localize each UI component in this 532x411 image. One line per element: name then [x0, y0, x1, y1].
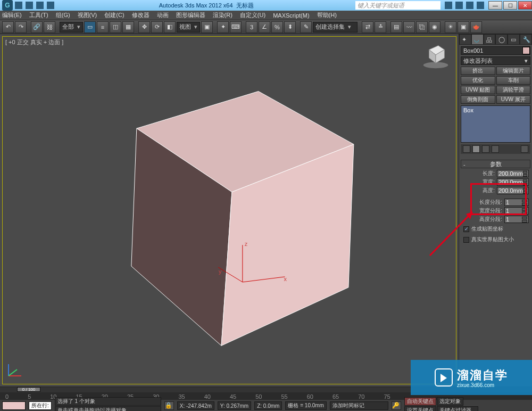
spinner-snap-button[interactable]: ⬍ — [284, 21, 296, 33]
infocenter-icon[interactable] — [445, 2, 452, 9]
length-spinner[interactable]: 200.0mm — [497, 170, 529, 177]
mod-btn[interactable]: 编辑面片 — [496, 67, 531, 75]
pivot-center-button[interactable]: ▣ — [201, 21, 213, 33]
window-crossing-button[interactable]: ▦ — [122, 21, 134, 33]
mod-btn[interactable]: UVW 贴图 — [461, 86, 495, 94]
key-mode-button[interactable]: 🔑 — [392, 401, 401, 410]
hseg-spinner[interactable]: 1 — [504, 216, 529, 223]
layers-button[interactable]: ▤ — [390, 21, 402, 33]
edit-named-sel-button[interactable]: ✎ — [300, 21, 312, 33]
scale-button[interactable]: ◧ — [164, 21, 176, 33]
percent-snap-button[interactable]: % — [271, 21, 283, 33]
mod-btn[interactable]: 优化 — [461, 76, 495, 85]
coord-y[interactable]: Y: 0.267mm — [218, 401, 251, 410]
hierarchy-tab[interactable]: 品 — [484, 34, 496, 45]
move-button[interactable]: ✥ — [138, 21, 150, 33]
lseg-spinner[interactable]: 1 — [504, 199, 529, 206]
menu-customize[interactable]: 自定义(U) — [240, 11, 265, 19]
viewport[interactable]: [ +0 正交 真实 + 边面 ] z x y — [0, 34, 459, 387]
infocenter-icon[interactable] — [477, 2, 484, 9]
coord-x[interactable]: X: -247.842m — [177, 401, 214, 410]
display-tab[interactable]: ▭ — [508, 34, 520, 45]
angle-snap-button[interactable]: ∠ — [259, 21, 270, 33]
gen-mapping-coords[interactable]: ✓生成贴图坐标 — [463, 225, 528, 233]
coord-z[interactable]: Z: 0.0mm — [254, 401, 282, 410]
menu-animation[interactable]: 动画 — [157, 11, 169, 19]
material-editor-button[interactable]: ◉ — [429, 21, 440, 33]
time-tag[interactable]: 添加时间标记 — [330, 401, 388, 410]
mod-btn[interactable]: 车削 — [496, 76, 531, 85]
object-name-field[interactable]: Box001 — [461, 46, 530, 55]
object-color-swatch[interactable] — [522, 47, 530, 54]
menu-modifiers[interactable]: 修改器 — [132, 11, 149, 19]
autokey-button[interactable]: 自动关键点 — [404, 397, 436, 406]
select-by-name-button[interactable]: ≡ — [97, 21, 109, 33]
snap-toggle-3[interactable]: 3 — [246, 21, 257, 33]
mod-btn[interactable]: UVW 展开 — [496, 95, 531, 104]
script-row[interactable]: 所在行: — [29, 401, 52, 410]
modifier-stack[interactable]: Box — [461, 105, 530, 143]
keyfilter-sel[interactable]: 选定对象 — [437, 397, 463, 406]
close-button[interactable]: ✕ — [518, 1, 532, 10]
rendered-frame-button[interactable]: ▣ — [458, 21, 469, 33]
unlink-button[interactable]: ⛓ — [44, 21, 55, 33]
real-world-map-size[interactable]: 真实世界贴图大小 — [463, 236, 528, 243]
undo-button[interactable]: ↶ — [2, 21, 14, 33]
motion-tab[interactable]: ◯ — [495, 34, 508, 45]
select-region-button[interactable]: ◫ — [110, 21, 121, 33]
menu-help[interactable]: 帮助(H) — [317, 11, 337, 19]
viewcube[interactable] — [420, 39, 451, 70]
height-spinner[interactable]: 200.0mm — [497, 187, 529, 194]
schematic-view-button[interactable]: ⿻ — [416, 21, 428, 33]
pin-stack-button[interactable] — [463, 145, 470, 153]
qat-icon[interactable] — [15, 2, 22, 9]
qat-icon[interactable] — [47, 2, 54, 9]
rollout-parameters[interactable]: -参数 — [461, 160, 530, 168]
create-tab[interactable]: ✦ — [459, 34, 471, 45]
remove-mod-button[interactable] — [492, 145, 499, 153]
infocenter-icon[interactable] — [455, 2, 463, 9]
width-spinner[interactable]: 200.0mm — [497, 178, 529, 186]
modify-tab[interactable]: ◡ — [471, 34, 484, 45]
wseg-spinner[interactable]: 1 — [504, 207, 529, 215]
menu-grapheditors[interactable]: 图形编辑器 — [176, 11, 205, 19]
modifier-list[interactable]: 修改器列表▾ — [461, 56, 530, 65]
minimize-button[interactable]: — — [488, 1, 502, 10]
keyboard-shortcut-button[interactable]: ⌨ — [230, 21, 242, 33]
ref-coord-system[interactable]: 视图▾ — [177, 22, 200, 32]
menu-edit[interactable]: 编辑(E) — [2, 11, 22, 19]
configure-sets-button[interactable] — [521, 145, 528, 153]
menu-create[interactable]: 创建(C) — [104, 11, 124, 19]
link-button[interactable]: 🔗 — [31, 21, 43, 33]
material-swatch[interactable] — [2, 401, 26, 410]
selection-filter[interactable]: 全部▾ — [60, 22, 83, 32]
menu-group[interactable]: 组(G) — [56, 11, 70, 19]
named-selection-sets[interactable]: 创建选择集▾ — [313, 22, 358, 32]
setkey-button[interactable]: 设置关键点 — [404, 406, 436, 412]
menu-tools[interactable]: 工具(T) — [29, 11, 48, 19]
redo-button[interactable]: ↷ — [15, 21, 27, 33]
menu-maxscript[interactable]: MAXScript(M) — [273, 12, 309, 19]
qat-icon[interactable] — [26, 2, 33, 9]
menu-rendering[interactable]: 渲染(R) — [213, 11, 232, 19]
render-setup-button[interactable]: ☀ — [445, 21, 456, 33]
select-object-button[interactable]: ▭ — [84, 21, 96, 33]
rotate-button[interactable]: ⟳ — [151, 21, 163, 33]
keyfilters-button[interactable]: 关键点过滤器... — [437, 406, 478, 412]
mod-btn[interactable]: 挤出 — [461, 67, 495, 75]
infocenter-icon[interactable] — [466, 2, 473, 9]
lock-selection-button[interactable]: 🔒 — [164, 401, 174, 410]
select-manipulate-button[interactable]: ✦ — [217, 21, 229, 33]
show-end-result-button[interactable] — [472, 145, 480, 153]
align-button[interactable]: ≛ — [375, 21, 386, 33]
render-button[interactable]: 🫖 — [470, 21, 482, 33]
menu-view[interactable]: 视图(V) — [78, 11, 97, 19]
mod-btn[interactable]: 涡轮平滑 — [496, 86, 531, 94]
mod-btn[interactable]: 倒角剖面 — [461, 95, 495, 104]
qat-icon[interactable] — [36, 2, 44, 9]
curve-editor-button[interactable]: 〰 — [403, 21, 415, 33]
help-search[interactable]: 键入关键字或短语 — [355, 1, 440, 10]
make-unique-button[interactable] — [482, 145, 489, 153]
maximize-button[interactable]: ☐ — [503, 1, 517, 10]
mirror-button[interactable]: ⇄ — [362, 21, 373, 33]
